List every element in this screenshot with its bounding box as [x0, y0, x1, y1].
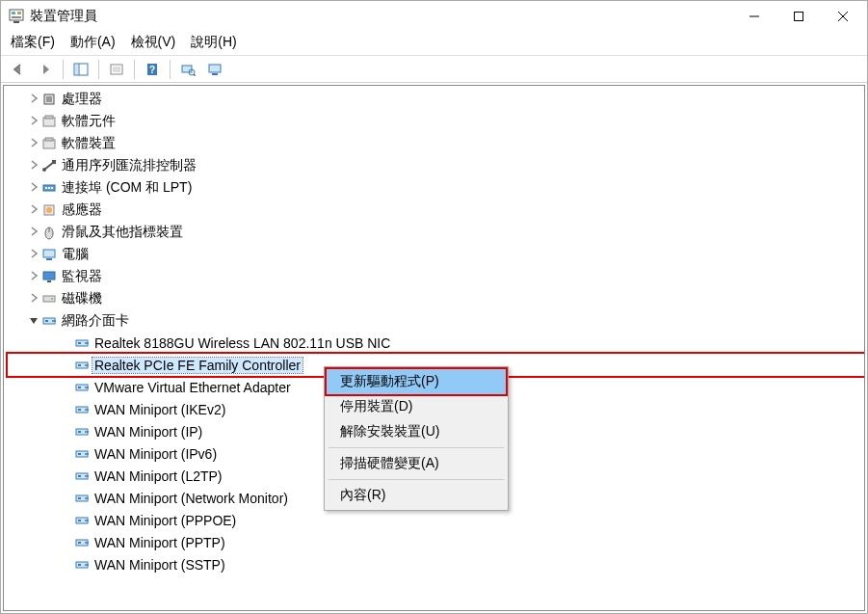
svg-rect-21 [209, 65, 221, 72]
forward-button[interactable] [34, 59, 57, 80]
device-label: Realtek PCIe FE Family Controller [92, 358, 302, 373]
category-label: 電腦 [60, 246, 91, 263]
category-label: 磁碟機 [60, 290, 104, 307]
tree-category[interactable]: 監視器 [8, 265, 864, 287]
toolbar: ? [1, 56, 867, 83]
svg-rect-52 [78, 364, 81, 366]
tree-category[interactable]: 網路介面卡 [8, 309, 864, 332]
svg-rect-76 [78, 542, 81, 544]
svg-rect-39 [43, 250, 55, 257]
maximize-button[interactable] [776, 2, 821, 31]
expand-arrow-icon[interactable] [27, 271, 40, 282]
minimize-button[interactable] [732, 2, 776, 31]
properties-button[interactable] [105, 59, 128, 80]
context-menu: 更新驅動程式(P)停用裝置(D)解除安裝裝置(U)掃描硬體變更(A)內容(R) [324, 366, 509, 511]
menubar: 檔案(F) 動作(A) 檢視(V) 說明(H) [1, 32, 867, 56]
category-label: 軟體元件 [60, 113, 118, 130]
svg-rect-26 [45, 116, 53, 119]
scan-hardware-button[interactable] [176, 59, 199, 80]
svg-rect-22 [212, 73, 218, 75]
tree-category[interactable]: 通用序列匯流排控制器 [8, 154, 864, 176]
back-button[interactable] [7, 59, 30, 80]
context-menu-item[interactable]: 解除安裝裝置(U) [327, 419, 506, 444]
svg-rect-67 [78, 475, 81, 477]
tree-category[interactable]: 連接埠 (COM 和 LPT) [8, 176, 864, 199]
svg-rect-58 [78, 409, 81, 411]
network-adapter-icon [73, 402, 91, 417]
expand-arrow-icon[interactable] [27, 293, 40, 305]
view-devices-button[interactable] [203, 59, 226, 80]
context-menu-item[interactable]: 更新驅動程式(P) [327, 369, 506, 394]
network-adapter-icon [73, 335, 91, 351]
category-label: 滑鼠及其他指標裝置 [60, 224, 185, 241]
tree-category[interactable]: 磁碟機 [8, 287, 864, 309]
tree-device[interactable]: WAN Miniport (SSTP) [8, 553, 864, 575]
svg-rect-55 [78, 387, 81, 388]
expand-arrow-icon[interactable] [27, 249, 40, 260]
tree-device[interactable]: WAN Miniport (PPTP) [8, 531, 864, 553]
svg-rect-33 [48, 187, 50, 189]
category-icon [40, 202, 58, 218]
help-button[interactable]: ? [141, 59, 164, 80]
expand-arrow-icon[interactable] [27, 160, 40, 172]
svg-line-20 [194, 74, 196, 76]
category-icon [40, 225, 58, 240]
tree-device[interactable]: Realtek 8188GU Wireless LAN 802.11n USB … [8, 332, 864, 354]
expand-arrow-icon[interactable] [27, 116, 40, 127]
expand-arrow-icon[interactable] [27, 227, 40, 238]
context-menu-item[interactable]: 停用裝置(D) [327, 394, 506, 419]
svg-rect-64 [78, 453, 81, 455]
svg-point-29 [42, 168, 46, 172]
network-adapter-icon [73, 513, 91, 528]
expand-arrow-icon[interactable] [27, 315, 40, 327]
device-label: WAN Miniport (SSTP) [92, 557, 227, 573]
device-label: WAN Miniport (PPTP) [92, 535, 227, 550]
svg-rect-3 [12, 16, 21, 18]
category-icon [40, 247, 58, 262]
network-adapter-icon [73, 535, 91, 550]
expand-arrow-icon[interactable] [27, 138, 40, 149]
svg-rect-28 [45, 138, 53, 141]
context-menu-separator [329, 479, 504, 480]
tree-category[interactable]: 軟體裝置 [8, 132, 864, 154]
device-label: WAN Miniport (IPv6) [92, 446, 219, 462]
device-tree[interactable]: 處理器軟體元件軟體裝置通用序列匯流排控制器連接埠 (COM 和 LPT)感應器滑… [4, 86, 864, 610]
menu-help[interactable]: 說明(H) [191, 34, 236, 51]
content-pane: 處理器軟體元件軟體裝置通用序列匯流排控制器連接埠 (COM 和 LPT)感應器滑… [3, 85, 865, 611]
close-button[interactable] [821, 2, 865, 31]
device-label: VMware Virtual Ethernet Adapter [92, 380, 293, 395]
svg-point-44 [51, 298, 53, 300]
category-label: 連接埠 (COM 和 LPT) [60, 179, 194, 197]
category-icon [40, 313, 58, 329]
show-hide-tree-button[interactable] [69, 59, 92, 80]
toolbar-separator [98, 60, 99, 79]
expand-arrow-icon[interactable] [27, 204, 40, 216]
svg-rect-11 [75, 65, 78, 74]
network-adapter-icon [73, 491, 91, 506]
titlebar: 裝置管理員 [1, 1, 867, 32]
menu-file[interactable]: 檔案(F) [11, 34, 55, 51]
context-menu-item[interactable]: 內容(R) [327, 483, 506, 508]
tree-category[interactable]: 感應器 [8, 199, 864, 221]
tree-category[interactable]: 軟體元件 [8, 110, 864, 132]
category-icon [40, 269, 58, 284]
tree-category[interactable]: 處理器 [8, 88, 864, 110]
svg-text:?: ? [149, 65, 155, 75]
device-label: WAN Miniport (IKEv2) [92, 402, 227, 417]
device-label: WAN Miniport (Network Monitor) [92, 491, 290, 506]
expand-arrow-icon[interactable] [27, 93, 40, 105]
network-adapter-icon [73, 358, 91, 373]
menu-view[interactable]: 檢視(V) [131, 34, 176, 51]
tree-category[interactable]: 滑鼠及其他指標裝置 [8, 221, 864, 243]
menu-action[interactable]: 動作(A) [70, 34, 116, 51]
expand-arrow-icon[interactable] [27, 182, 40, 194]
context-menu-item[interactable]: 掃描硬體變更(A) [327, 451, 506, 476]
category-icon [40, 291, 58, 307]
category-label: 監視器 [60, 268, 104, 285]
tree-device[interactable]: WAN Miniport (PPPOE) [8, 509, 864, 531]
tree-category[interactable]: 電腦 [8, 243, 864, 265]
category-label: 感應器 [60, 201, 104, 219]
device-label: WAN Miniport (PPPOE) [92, 513, 238, 528]
svg-rect-32 [45, 187, 47, 189]
category-icon [40, 114, 58, 129]
